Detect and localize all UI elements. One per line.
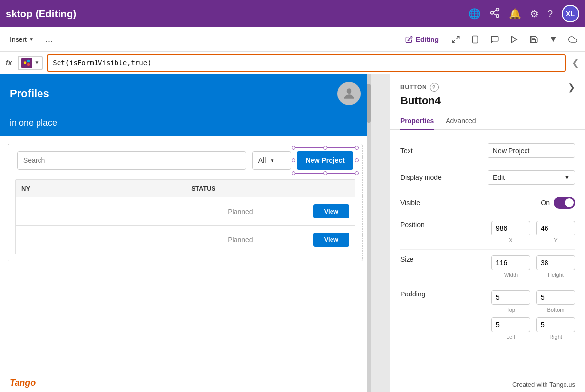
text-prop-label: Text bbox=[400, 147, 449, 155]
view-button-2[interactable]: View bbox=[313, 233, 349, 247]
cloud-icon[interactable] bbox=[566, 33, 579, 46]
toggle-container: On bbox=[541, 197, 575, 209]
chevron-down-icon: ▼ bbox=[270, 158, 274, 163]
user-avatar[interactable]: XL bbox=[562, 5, 579, 22]
fx-label: fx bbox=[4, 59, 14, 67]
more-options-button[interactable]: ... bbox=[41, 32, 57, 46]
padding-left-input[interactable] bbox=[491, 317, 530, 332]
tab-advanced[interactable]: Advanced bbox=[446, 113, 476, 130]
handle-bottom-center bbox=[323, 171, 327, 175]
new-project-button[interactable]: New Project bbox=[297, 151, 353, 170]
properties-panel: BUTTON ? ❯ Button4 Properties Advanced T… bbox=[390, 74, 585, 392]
position-y-label: Y bbox=[554, 237, 557, 243]
app-body: All ▼ New Project bbox=[0, 136, 370, 269]
size-width-label: Width bbox=[504, 272, 518, 278]
formula-close-icon[interactable]: ❮ bbox=[570, 58, 581, 68]
size-prop-label: Size bbox=[400, 255, 449, 263]
padding-bottom-label: Bottom bbox=[547, 307, 565, 313]
svg-point-11 bbox=[24, 61, 27, 64]
visible-on-label: On bbox=[541, 199, 550, 207]
padding-right-label: Right bbox=[549, 334, 562, 340]
text-prop-input[interactable] bbox=[488, 143, 575, 158]
comment-icon[interactable] bbox=[488, 33, 501, 46]
svg-point-13 bbox=[27, 63, 30, 66]
app-title: sktop (Editing) bbox=[6, 8, 76, 20]
padding-left-group: Left bbox=[491, 317, 530, 340]
editing-label: Editing bbox=[416, 36, 439, 43]
size-height-label: Height bbox=[548, 272, 564, 278]
app-header: Profiles bbox=[0, 74, 370, 113]
toolbar: Insert ▼ ... Editing ▼ bbox=[0, 27, 585, 52]
tab-properties[interactable]: Properties bbox=[400, 113, 434, 130]
prop-row-padding: Padding Top Bottom bbox=[400, 284, 575, 346]
canvas-area: Profiles in one place All bbox=[0, 74, 390, 392]
chevron-down-icon: ▼ bbox=[29, 37, 34, 42]
svg-point-14 bbox=[347, 88, 352, 94]
panel-properties: Text Display mode Edit ▼ Visible bbox=[390, 134, 585, 350]
svg-point-12 bbox=[27, 59, 30, 62]
formula-input-wrapper[interactable] bbox=[47, 54, 566, 72]
position-inputs: X Y bbox=[491, 221, 575, 243]
text-prop-value-box bbox=[449, 143, 575, 158]
position-y-input[interactable] bbox=[536, 221, 575, 235]
toolbar-right: Editing ▼ bbox=[401, 32, 579, 46]
panel-collapse-icon[interactable]: ❯ bbox=[568, 82, 575, 93]
tango-logo: Tango bbox=[10, 378, 36, 388]
size-inputs: Width Height bbox=[491, 255, 575, 278]
chevron-down-icon[interactable]: ▼ bbox=[547, 32, 560, 46]
padding-bottom-input[interactable] bbox=[536, 290, 575, 305]
padding-top-group: Top bbox=[491, 290, 530, 313]
display-mode-select[interactable]: Edit ▼ bbox=[488, 170, 575, 185]
phone-icon[interactable] bbox=[469, 33, 482, 46]
svg-line-5 bbox=[457, 36, 459, 39]
position-prop-label: Position bbox=[400, 221, 449, 229]
insert-button[interactable]: Insert ▼ bbox=[6, 34, 38, 45]
save-icon[interactable] bbox=[527, 33, 540, 46]
visible-prop-label: Visible bbox=[400, 199, 449, 207]
share-icon[interactable] bbox=[489, 7, 500, 20]
prop-row-size: Size Width Height bbox=[400, 250, 575, 284]
play-icon[interactable] bbox=[508, 33, 521, 46]
size-width-input[interactable] bbox=[491, 255, 530, 270]
view-button-1[interactable]: View bbox=[313, 204, 349, 218]
padding-top-input[interactable] bbox=[491, 290, 530, 305]
padding-inputs: Top Bottom Left bbox=[491, 290, 575, 340]
help-icon[interactable]: ? bbox=[430, 83, 439, 92]
visible-prop-value-box: On bbox=[449, 197, 575, 209]
help-icon[interactable]: ? bbox=[547, 8, 553, 20]
formula-input[interactable] bbox=[53, 59, 560, 67]
globe-icon[interactable]: 🌐 bbox=[468, 8, 481, 20]
size-height-input[interactable] bbox=[536, 255, 575, 270]
visible-toggle[interactable] bbox=[554, 197, 575, 209]
panel-type-label: BUTTON bbox=[400, 84, 427, 91]
chevron-down-icon: ▼ bbox=[34, 60, 39, 65]
search-row: All ▼ New Project bbox=[15, 151, 355, 170]
scrollbar-thumb[interactable] bbox=[367, 84, 370, 123]
share-toolbar-icon[interactable] bbox=[449, 33, 462, 46]
settings-icon[interactable]: ⚙ bbox=[530, 8, 539, 20]
editing-button[interactable]: Editing bbox=[401, 34, 443, 45]
bell-icon[interactable]: 🔔 bbox=[509, 8, 521, 20]
filter-select[interactable]: All ▼ bbox=[252, 151, 291, 170]
position-x-input[interactable] bbox=[491, 221, 530, 235]
svg-marker-9 bbox=[512, 36, 517, 43]
app-subheader-text: in one place bbox=[10, 118, 57, 128]
panel-component-name: Button4 bbox=[390, 93, 585, 113]
formula-function-selector[interactable]: ▼ bbox=[18, 56, 43, 70]
handle-bottom-left bbox=[292, 171, 295, 175]
scrollbar-track[interactable] bbox=[367, 74, 370, 392]
padding-right-input[interactable] bbox=[536, 317, 575, 332]
padding-left-label: Left bbox=[507, 334, 515, 340]
panel-header: BUTTON ? ❯ bbox=[390, 74, 585, 93]
status-value-2: Planned bbox=[167, 236, 313, 244]
watermark: Tango bbox=[10, 378, 36, 388]
status-value-1: Planned bbox=[167, 208, 313, 216]
search-input[interactable] bbox=[17, 151, 246, 170]
main-area: Profiles in one place All bbox=[0, 74, 585, 392]
padding-top-bottom: Top Bottom bbox=[491, 290, 575, 313]
svg-point-0 bbox=[496, 8, 499, 11]
handle-bottom-right bbox=[355, 171, 359, 175]
svg-point-1 bbox=[491, 11, 494, 14]
filter-value: All bbox=[258, 157, 266, 164]
position-x-group: X bbox=[491, 221, 530, 243]
